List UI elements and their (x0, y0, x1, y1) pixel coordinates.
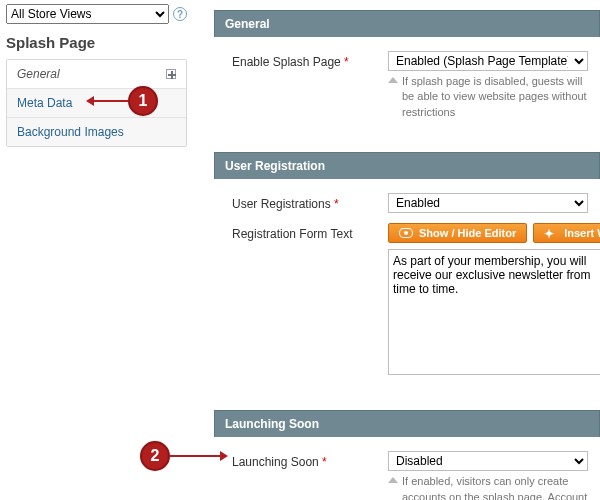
field-hint: If splash page is disabled, guests will … (388, 74, 588, 120)
registration-form-textarea[interactable] (388, 249, 600, 375)
panel-launching-soon: Launching Soon Launching Soon * Disabled… (214, 410, 600, 500)
help-icon[interactable]: ? (173, 7, 187, 21)
tab-label: General (17, 67, 60, 81)
field-hint: If enabled, visitors can only create acc… (388, 474, 588, 500)
sidebar: All Store Views ? Splash Page General Me… (0, 0, 194, 500)
store-view-scope: All Store Views ? (6, 0, 187, 34)
eye-icon (399, 228, 413, 238)
panel-header[interactable]: Launching Soon (214, 410, 600, 437)
field-label: Registration Form Text (232, 223, 388, 241)
tab-label: Background Images (17, 125, 124, 139)
tab-meta-data[interactable]: Meta Data (7, 89, 186, 118)
field-label: Launching Soon * (232, 451, 388, 469)
section-title: Splash Page (6, 34, 187, 53)
config-tabs: General Meta Data Background Images (6, 59, 187, 147)
user-registrations-select[interactable]: Enabled (388, 193, 588, 213)
expand-icon (166, 69, 176, 79)
show-hide-editor-button[interactable]: Show / Hide Editor (388, 223, 527, 243)
main-content: General Enable Splash Page * Enabled (Sp… (194, 0, 600, 500)
tab-general[interactable]: General (7, 60, 186, 89)
panel-general: General Enable Splash Page * Enabled (Sp… (214, 10, 600, 134)
launching-soon-select[interactable]: Disabled (388, 451, 588, 471)
field-label: User Registrations * (232, 193, 388, 211)
insert-widget-button[interactable]: Insert W (533, 223, 600, 243)
panel-header[interactable]: User Registration (214, 152, 600, 179)
enable-splash-page-select[interactable]: Enabled (Splash Page Template) (388, 51, 588, 71)
panel-user-registration: User Registration User Registrations * E… (214, 152, 600, 392)
panel-header[interactable]: General (214, 10, 600, 37)
tab-label: Meta Data (17, 96, 72, 110)
gear-icon (544, 228, 558, 238)
tab-background-images[interactable]: Background Images (7, 118, 186, 146)
field-label: Enable Splash Page * (232, 51, 388, 69)
store-view-select[interactable]: All Store Views (6, 4, 169, 24)
